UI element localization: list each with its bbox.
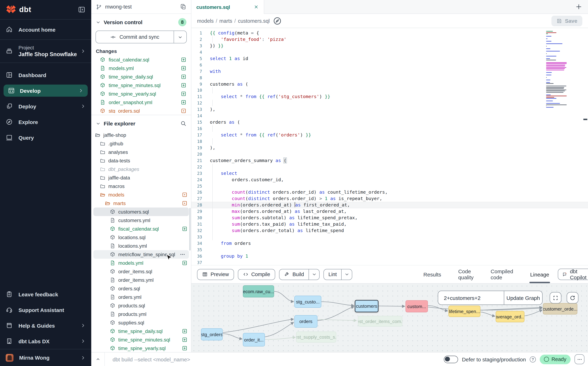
tree-item-products-sql[interactable]: products.sql [91,301,191,310]
sidebar-item-leave-feedback[interactable]: Leave feedback [0,286,91,302]
code-line[interactable]: 35 [191,247,588,253]
code-line[interactable]: 30 sum(orders.subtotal) as lifetime_spen… [191,215,588,221]
version-control-header[interactable]: Version control 8 [91,16,191,28]
compile-button[interactable]: Compile [238,269,275,280]
change-item[interactable]: order_snapshot.yml [91,98,191,107]
sidebar-item-deploy[interactable]: Deploy [0,99,91,114]
change-item[interactable]: time_spine_minutes.sql [91,81,191,90]
stage-add-icon[interactable] [181,57,186,62]
lineage-node-stg-orders[interactable]: stg_orders [201,328,223,340]
fullscreen-button[interactable] [550,292,561,304]
sidebar-item-explore[interactable]: Explore [0,114,91,130]
sidebar-item-project[interactable]: ProjectJaffle Shop Snowflake [0,40,91,62]
sidebar-item-account-home[interactable]: Account home [0,20,91,39]
change-item[interactable]: time_spine_yearly.sql [91,90,191,98]
code-line[interactable]: 3}) }} [191,43,588,49]
stage-add-icon[interactable] [182,226,187,232]
stage-add-icon[interactable] [181,91,186,97]
code-line[interactable]: 9customers as ( [191,81,588,87]
code-line[interactable]: 4 [191,49,588,55]
lineage-node-ecom-raw-cu-[interactable]: ecom.raw_cu... [243,285,274,297]
code-line[interactable]: 18 [191,138,588,145]
lineage-node-test-supply-costs-s-[interactable]: test_supply_costs_s... [296,332,336,343]
sidebar-item-query[interactable]: Query [0,130,91,145]
code-line[interactable]: 26 count(distinct orders.order_id) as co… [191,189,588,196]
refresh-button[interactable] [567,292,578,304]
code-line[interactable]: 34 from orders [191,240,588,247]
code-line[interactable]: 24 orders.customer_id, [191,176,588,183]
lineage-search[interactable]: 2+customers+2 Update Graph [438,291,543,305]
tab-results[interactable]: Results [415,266,450,283]
code-line[interactable]: 16 [191,125,588,132]
tree-item-models[interactable]: models [91,191,191,199]
stage-modified-icon[interactable] [181,108,186,113]
lineage-node-customers[interactable]: customers [355,300,379,312]
tree-item-time-spine-minutes-sql[interactable]: time_spine_minutes.sql [91,336,191,344]
lineage-node-customer-orde-[interactable]: customer_orde... [543,303,577,314]
code-line[interactable]: 15orders as ( [191,119,588,125]
more-options-icon[interactable] [180,252,185,257]
save-button[interactable]: Save [551,15,582,26]
sidebar-item-dbt-labs-dx[interactable]: dbt Labs DX [0,333,91,349]
code-line[interactable]: 5select 1 as id [191,55,588,62]
lineage-node-custom-[interactable]: custom... [405,300,428,312]
breadcrumb-segment[interactable]: customers.sql [238,18,270,24]
lineage-node-order-it-[interactable]: order_it... [243,333,265,346]
lint-options-caret[interactable] [341,269,352,280]
stage-add-icon[interactable] [182,345,187,351]
code-line[interactable]: 20 [191,151,588,157]
lineage-node-stg-custo-[interactable]: stg_custo... [294,296,321,308]
tree-item--github[interactable]: .github [91,139,191,148]
code-editor[interactable]: 1{{ config(meta = {2 'favorite_food': 'p… [191,28,588,265]
tree-item-models-yml[interactable]: models.yml [91,259,191,267]
code-line[interactable]: 31 sum(orders.tax_paid) as lifetime_tax_… [191,221,588,227]
tree-item-locations-sql[interactable]: locations.sql [91,233,191,242]
collapse-sidebar-icon[interactable] [78,6,86,14]
code-line[interactable]: 33 [191,234,588,240]
build-button[interactable]: Build [279,269,320,280]
stage-add-icon[interactable] [182,260,187,266]
tree-item-customers-yml[interactable]: customers.yml [91,216,191,225]
minimap[interactable] [546,31,568,108]
change-item[interactable]: fiscal_calendar.sql [91,55,191,64]
tree-item-macros[interactable]: macros [91,182,191,191]
code-line[interactable]: 27 count(distinct orders.order_id) > 1 a… [191,196,588,202]
tree-item-locations-yml[interactable]: locations.yml [91,242,191,250]
stage-add-icon[interactable] [181,99,186,105]
stage-add-icon[interactable] [181,74,186,80]
stage-add-icon[interactable] [181,65,186,71]
search-icon[interactable] [180,120,186,126]
tree-item-order-items-sql[interactable]: order_items.sql [91,267,191,276]
lineage-node-average-ord-[interactable]: average_ord... [496,311,524,322]
lineage-node-lifetime-spen-[interactable]: lifetime_spen... [448,305,480,317]
code-line[interactable]: 37 [191,259,588,265]
code-line[interactable]: 6 [191,62,588,68]
tree-item-orders-yml[interactable]: orders.yml [91,293,191,301]
lint-button[interactable]: Lint [323,269,352,280]
modified-dot-icon[interactable] [182,200,187,206]
code-line[interactable]: 25 [191,183,588,189]
code-line[interactable]: 23 select [191,170,588,176]
status-badge[interactable]: Ready [540,354,571,364]
dbt-copilot-button[interactable]: dbt Copilot [558,269,588,280]
build-options-caret[interactable] [309,269,319,280]
tree-item-jaffle-data[interactable]: jaffle-data [91,173,191,182]
tree-item-supplies-sql[interactable]: supplies.sql [91,318,191,327]
lineage-node-test-order-items-com-[interactable]: test_order_items_com... [358,316,402,327]
code-line[interactable]: 10 [191,87,588,94]
sidebar-item-mirna-wong[interactable]: Mirna Wong [0,349,91,366]
commit-options-caret[interactable] [174,31,186,43]
code-line[interactable]: 2 'favorite_food': 'pizza' [191,36,588,43]
code-line[interactable]: 32 sum(orders.order_total) as lifetime_s… [191,227,588,234]
code-line[interactable]: 17 select * from {{ ref('orders') }} [191,132,588,138]
code-line[interactable]: 29 max(orders.ordered_at) as last_ordere… [191,208,588,215]
tree-item-order-items-yml[interactable]: order_items.yml [91,276,191,284]
code-line[interactable]: 19), [191,145,588,151]
stage-add-icon[interactable] [182,337,187,343]
panel-scrollbar[interactable] [189,208,191,251]
close-icon[interactable] [253,4,259,10]
tree-item-products-yml[interactable]: products.yml [91,310,191,318]
lineage-node-orders[interactable]: orders [294,315,317,328]
expand-command-bar-button[interactable] [91,352,105,366]
tab-code-quality[interactable]: Code quality [450,266,482,283]
